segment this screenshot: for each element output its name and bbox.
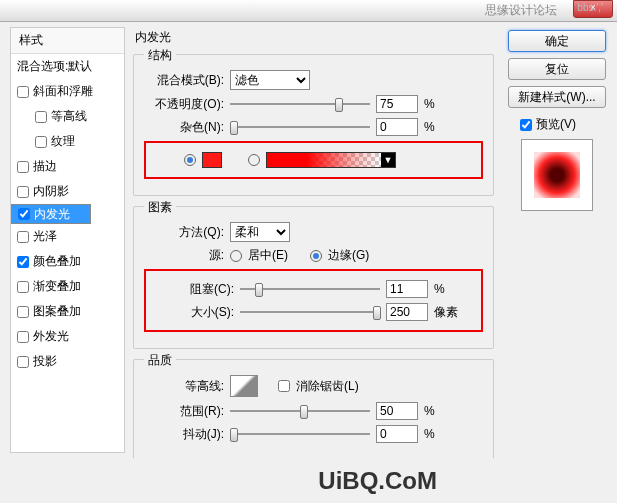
style-item-3[interactable]: 描边 [11, 154, 124, 179]
style-item-6[interactable]: 光泽 [11, 224, 124, 249]
style-item-1[interactable]: 等高线 [11, 104, 124, 129]
watermark: 思缘设计论坛 [485, 2, 557, 19]
blendmode-label: 混合模式(B): [144, 72, 224, 89]
group-title: 结构 [144, 47, 176, 64]
jitter-slider[interactable] [230, 425, 370, 443]
unit: % [424, 120, 454, 134]
style-label: 斜面和浮雕 [33, 83, 93, 100]
style-checkbox[interactable] [17, 231, 29, 243]
style-checkbox[interactable] [35, 136, 47, 148]
style-item-11[interactable]: 投影 [11, 349, 124, 374]
watermark: bbs.',' [578, 2, 604, 13]
style-checkbox[interactable] [17, 281, 29, 293]
style-checkbox[interactable] [35, 111, 47, 123]
color-swatch[interactable] [202, 152, 222, 168]
source-center-radio[interactable] [230, 250, 242, 262]
preview-thumbnail [521, 139, 593, 211]
unit: 像素 [434, 304, 464, 321]
group-title: 品质 [144, 352, 176, 369]
unit: % [434, 282, 464, 296]
style-item-7[interactable]: 颜色叠加 [11, 249, 124, 274]
source-edge-radio[interactable] [310, 250, 322, 262]
styles-list: 样式 混合选项:默认 斜面和浮雕等高线纹理描边内阴影内发光光泽颜色叠加渐变叠加图… [10, 27, 125, 453]
range-label: 范围(R): [144, 403, 224, 420]
opacity-value[interactable]: 75 [376, 95, 418, 113]
style-item-5[interactable]: 内发光 [11, 204, 91, 224]
preview-label: 预览(V) [536, 116, 576, 133]
contour-label: 等高线: [144, 378, 224, 395]
panel-title: 内发光 [133, 27, 494, 50]
noise-slider[interactable] [230, 118, 370, 136]
group-structure: 结构 混合模式(B): 滤色 不透明度(O): 75 % 杂色(N): 0 % [133, 54, 494, 196]
style-label: 颜色叠加 [33, 253, 81, 270]
ok-button[interactable]: 确定 [508, 30, 606, 52]
style-label: 纹理 [51, 133, 75, 150]
style-label: 内阴影 [33, 183, 69, 200]
group-quality: 品质 等高线: 消除锯齿(L) 范围(R): 50 % 抖动(J): 0 % [133, 359, 494, 458]
blendmode-select[interactable]: 滤色 [230, 70, 310, 90]
group-title: 图素 [144, 199, 176, 216]
range-value[interactable]: 50 [376, 402, 418, 420]
dialog: 样式 混合选项:默认 斜面和浮雕等高线纹理描边内阴影内发光光泽颜色叠加渐变叠加图… [5, 22, 612, 458]
gradient-picker[interactable]: ▼ [266, 152, 396, 168]
styles-header: 样式 [11, 28, 124, 54]
style-label: 渐变叠加 [33, 278, 81, 295]
opacity-label: 不透明度(O): [144, 96, 224, 113]
style-checkbox[interactable] [18, 208, 30, 220]
size-value[interactable]: 250 [386, 303, 428, 321]
noise-label: 杂色(N): [144, 119, 224, 136]
unit: % [424, 97, 454, 111]
style-item-8[interactable]: 渐变叠加 [11, 274, 124, 299]
style-checkbox[interactable] [17, 331, 29, 343]
size-slider[interactable] [240, 303, 380, 321]
contour-picker[interactable] [230, 375, 258, 397]
style-item-9[interactable]: 图案叠加 [11, 299, 124, 324]
highlight-box: ▼ [144, 141, 483, 179]
preview-checkbox[interactable] [520, 119, 532, 131]
new-style-button[interactable]: 新建样式(W)... [508, 86, 606, 108]
antialias-checkbox[interactable] [278, 380, 290, 392]
gradient-radio[interactable] [248, 154, 260, 166]
group-elements: 图素 方法(Q): 柔和 源: 居中(E) 边缘(G) 阻塞(C): 11 % [133, 206, 494, 349]
style-item-10[interactable]: 外发光 [11, 324, 124, 349]
method-select[interactable]: 柔和 [230, 222, 290, 242]
watermark: UiBQ.CoM [318, 467, 437, 495]
noise-value[interactable]: 0 [376, 118, 418, 136]
style-label: 光泽 [33, 228, 57, 245]
chevron-down-icon[interactable]: ▼ [381, 153, 395, 167]
style-checkbox[interactable] [17, 306, 29, 318]
unit: % [424, 427, 454, 441]
jitter-label: 抖动(J): [144, 426, 224, 443]
opacity-slider[interactable] [230, 95, 370, 113]
source-label: 源: [144, 247, 224, 264]
size-label: 大小(S): [154, 304, 234, 321]
unit: % [424, 404, 454, 418]
style-label: 外发光 [33, 328, 69, 345]
style-label: 投影 [33, 353, 57, 370]
antialias-label: 消除锯齿(L) [296, 378, 359, 395]
cancel-button[interactable]: 复位 [508, 58, 606, 80]
style-checkbox[interactable] [17, 161, 29, 173]
method-label: 方法(Q): [144, 224, 224, 241]
style-checkbox[interactable] [17, 186, 29, 198]
choke-value[interactable]: 11 [386, 280, 428, 298]
style-item-2[interactable]: 纹理 [11, 129, 124, 154]
style-label: 等高线 [51, 108, 87, 125]
range-slider[interactable] [230, 402, 370, 420]
style-label: 图案叠加 [33, 303, 81, 320]
style-checkbox[interactable] [17, 256, 29, 268]
style-item-0[interactable]: 斜面和浮雕 [11, 79, 124, 104]
source-center-label: 居中(E) [248, 247, 288, 264]
settings-panel: 内发光 结构 混合模式(B): 滤色 不透明度(O): 75 % 杂色(N): … [125, 22, 502, 458]
style-checkbox[interactable] [17, 356, 29, 368]
choke-slider[interactable] [240, 280, 380, 298]
style-label: 描边 [33, 158, 57, 175]
blend-options[interactable]: 混合选项:默认 [11, 54, 124, 79]
jitter-value[interactable]: 0 [376, 425, 418, 443]
style-item-4[interactable]: 内阴影 [11, 179, 124, 204]
style-checkbox[interactable] [17, 86, 29, 98]
style-label: 内发光 [34, 206, 70, 223]
right-panel: 确定 复位 新建样式(W)... 预览(V) [502, 22, 612, 458]
color-radio[interactable] [184, 154, 196, 166]
source-edge-label: 边缘(G) [328, 247, 369, 264]
